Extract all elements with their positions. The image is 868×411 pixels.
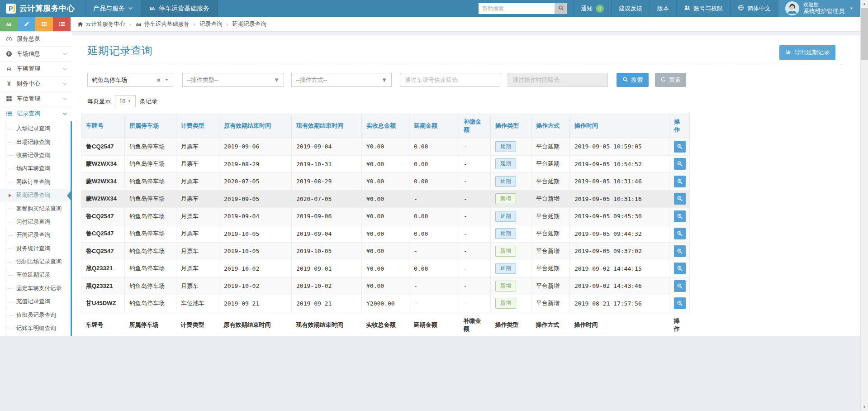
search-button[interactable]: 搜索	[617, 73, 649, 87]
table-cell: 鲁CQ2547	[81, 243, 125, 260]
breadcrumb-item[interactable]: 云计算服务中心	[77, 20, 125, 28]
table-cell: 月票车	[176, 277, 219, 295]
table-cell	[669, 208, 690, 225]
breadcrumb-item[interactable]: 停车运营基础服务	[135, 20, 190, 28]
operation-mode-select[interactable]: --操作方式-- ▼	[291, 73, 392, 87]
sidebar-subitem[interactable]: 记账车明细查询	[0, 322, 71, 335]
table-cell: 平台延期	[531, 138, 570, 156]
quickbar-car-button[interactable]	[0, 17, 18, 31]
sidebar-subitem[interactable]: 场内车辆查询	[0, 162, 71, 175]
op-type-badge: 新增	[495, 246, 516, 257]
view-detail-button[interactable]	[674, 141, 686, 153]
view-detail-button[interactable]	[674, 228, 686, 239]
scrollbar-thumb[interactable]	[861, 8, 868, 60]
view-detail-button[interactable]	[674, 176, 686, 187]
sidebar-subitem[interactable]: 充值记录查询	[0, 295, 71, 308]
column-header[interactable]: 操作时间	[570, 114, 669, 138]
table-cell: 钓鱼岛停车场	[125, 225, 176, 243]
sidebar-subitem-label: 固定车辆支付记录	[16, 285, 62, 292]
top-navbar: P 云计算服务中心 产品与服务 停车运营基础服务 通知 0 建议反馈	[0, 0, 868, 17]
sidebar-subitem[interactable]: 套餐购买纪录查询	[0, 202, 71, 215]
view-detail-button[interactable]	[674, 280, 686, 292]
sidebar-subitem[interactable]: 出場记錄查詢	[0, 135, 71, 148]
scroll-up-arrow-icon[interactable]: ▲	[861, 0, 868, 8]
help-search-input[interactable]	[479, 3, 555, 14]
table-cell: 2019-08-29	[219, 155, 292, 173]
search-plus-icon	[677, 248, 683, 254]
sidebar-subitem[interactable]: 固定车辆支付记录	[0, 282, 71, 295]
sidebar-subitem[interactable]: 闪付记录查询	[0, 215, 71, 229]
reset-button[interactable]: 重置	[655, 73, 686, 87]
breadcrumb-item[interactable]: 延期记录查询	[232, 20, 266, 28]
sidebar-item-parking[interactable]: P车场信息	[0, 47, 72, 62]
vertical-scrollbar[interactable]: ▲ ▼	[860, 0, 868, 411]
view-detail-button[interactable]	[674, 193, 686, 205]
column-header[interactable]: 延期金额	[409, 114, 459, 138]
view-detail-button[interactable]	[674, 158, 686, 170]
sidebar-item-gauge[interactable]: 服务总览	[0, 32, 72, 47]
view-detail-button[interactable]	[674, 263, 686, 274]
breadcrumb-separator: ›	[194, 21, 195, 28]
view-detail-button[interactable]	[674, 245, 686, 257]
column-header[interactable]: 补缴金额	[459, 114, 491, 138]
column-header[interactable]: 现有效期结束时间	[292, 114, 362, 138]
table-cell: 延期	[491, 138, 531, 156]
chevron-down-icon	[62, 52, 67, 57]
list-icon	[5, 110, 13, 117]
help-search-button[interactable]	[555, 3, 567, 14]
sidebar-subitem[interactable]: 网络订单查詢	[0, 176, 71, 189]
nav-item-version[interactable]: 版本	[650, 0, 676, 17]
sidebar-subitem-label: 开闸记录查询	[16, 231, 50, 239]
column-header[interactable]: 操作方式	[531, 114, 570, 138]
nav-item-feedback[interactable]: 建议反馈	[611, 0, 650, 17]
quickbar-table-button[interactable]	[35, 17, 53, 31]
nav-menu-products[interactable]: 产品与服务	[85, 0, 141, 17]
nav-item-account[interactable]: 账号与权限	[676, 0, 730, 17]
export-records-button[interactable]: 导出延期记录	[779, 45, 835, 60]
column-header[interactable]: 计费类型	[176, 114, 219, 138]
sidebar-subitem[interactable]: 车位延期记录	[0, 268, 71, 282]
view-detail-button[interactable]	[674, 297, 686, 309]
column-header[interactable]: 车牌号	[81, 114, 125, 138]
footer-column-header: 原有效期结束时间	[219, 312, 292, 336]
scroll-down-arrow-icon[interactable]: ▼	[861, 403, 868, 411]
sidebar-item-grid[interactable]: 车位管理	[0, 91, 72, 106]
operation-type-select[interactable]: --操作类型-- ▼	[182, 73, 284, 87]
sidebar-subitem[interactable]: 值班员记录查询	[0, 308, 71, 321]
sidebar-subitem[interactable]: 延期记录查询	[0, 189, 71, 202]
column-header[interactable]: 所属停车场	[125, 114, 176, 138]
table-cell: 2019-09-05	[219, 190, 292, 208]
sidebar-item-list[interactable]: 记录查询	[0, 106, 72, 121]
sidebar-item-car[interactable]: 车辆管理	[0, 62, 72, 76]
view-detail-button[interactable]	[674, 210, 686, 222]
table-cell: 平台新增	[531, 243, 570, 260]
quickbar-pencil-button[interactable]	[18, 17, 35, 31]
sidebar-subitem[interactable]: 强制出场记录查询	[0, 255, 71, 268]
nav-menu-parking-service[interactable]: 停车运营基础服务	[141, 0, 218, 17]
column-header[interactable]: 实收总金额	[362, 114, 409, 138]
plate-filter-input[interactable]	[400, 73, 500, 87]
column-header[interactable]: 操作类型	[491, 114, 531, 138]
quickbar-list-button[interactable]	[53, 17, 71, 31]
sidebar-item-yen[interactable]: ¥财务中心	[0, 76, 72, 91]
brand[interactable]: P 云计算服务中心	[0, 0, 85, 17]
table-cell: 月票车	[176, 243, 219, 260]
table-cell: 2019-09-05 10:31:16	[570, 190, 669, 208]
table-cell: 2019-09-05 10:59:05	[570, 138, 669, 156]
page-size-select[interactable]: 10 ▼	[115, 95, 136, 107]
column-header[interactable]: 原有效期结束时间	[219, 114, 292, 138]
sidebar-subitem[interactable]: 财务统计查询	[0, 242, 71, 255]
clear-selection-icon[interactable]: ×	[157, 77, 161, 83]
column-header[interactable]: 操作	[669, 114, 690, 138]
table-cell: 0.00	[409, 155, 459, 173]
breadcrumb-item[interactable]: 记录查询	[199, 20, 222, 28]
user-menu[interactable]: 欢迎您, 系统维护管理员	[778, 0, 860, 17]
sidebar-subitem[interactable]: 收费记录查询	[0, 149, 71, 162]
table-cell: 2019-09-05 10:31:46	[570, 173, 669, 191]
time-filter-input[interactable]	[508, 73, 608, 87]
nav-item-language[interactable]: 简体中文	[730, 0, 778, 17]
sidebar-subitem[interactable]: 入场记录查询	[0, 122, 71, 135]
sidebar-subitem[interactable]: 开闸记录查询	[0, 229, 71, 242]
nav-item-notifications[interactable]: 通知 0	[573, 0, 611, 17]
parking-lot-select[interactable]: 钓鱼岛停车场 ×	[87, 73, 173, 87]
